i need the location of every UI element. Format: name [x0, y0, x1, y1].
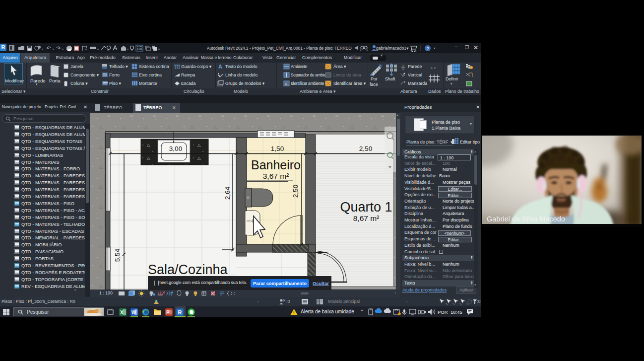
- svg-text:Sala/Cozinha: Sala/Cozinha: [148, 262, 228, 277]
- svg-text:5,54: 5,54: [114, 248, 121, 262]
- svg-text:3,00: 3,00: [169, 145, 182, 152]
- svg-text:3,67 m²: 3,67 m²: [263, 172, 289, 180]
- svg-text:?: ?: [426, 46, 429, 51]
- svg-text:8,67 m²: 8,67 m²: [353, 214, 380, 222]
- svg-text:Banheiro: Banheiro: [251, 158, 301, 172]
- svg-text:W: W: [131, 310, 136, 315]
- svg-text:A: A: [218, 64, 222, 70]
- svg-text:2,50: 2,50: [292, 185, 299, 198]
- svg-text:Gabriel da Silva Macedo: Gabriel da Silva Macedo: [487, 215, 565, 223]
- svg-text:R: R: [178, 309, 182, 315]
- svg-text:Quarto 1: Quarto 1: [340, 200, 392, 215]
- svg-text:2,64: 2,64: [224, 186, 231, 200]
- svg-text:2,50: 2,50: [359, 145, 372, 152]
- svg-text:1,50: 1,50: [271, 145, 284, 152]
- svg-text:X: X: [120, 310, 124, 315]
- svg-text:•: •: [218, 73, 219, 77]
- svg-text:P: P: [166, 310, 170, 315]
- svg-text:a: a: [285, 82, 287, 85]
- svg-text:!: !: [293, 310, 295, 315]
